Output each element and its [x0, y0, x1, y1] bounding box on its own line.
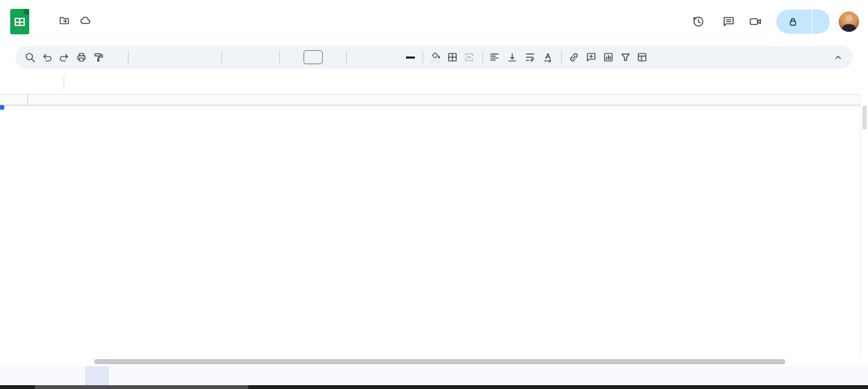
functions-button[interactable]	[652, 49, 669, 65]
comments-icon[interactable]	[718, 11, 739, 32]
redo-button[interactable]	[56, 49, 73, 65]
toolbar	[15, 46, 853, 69]
meet-call-button[interactable]	[748, 15, 765, 29]
menu-extensions[interactable]	[107, 28, 117, 29]
fill-color-button[interactable]	[427, 49, 444, 65]
menu-insert[interactable]	[66, 28, 76, 29]
insert-link-button[interactable]	[566, 49, 582, 65]
zoom-select[interactable]	[108, 49, 124, 65]
search-icon[interactable]	[22, 49, 38, 65]
menu-view[interactable]	[56, 28, 66, 29]
undo-button[interactable]	[39, 49, 55, 65]
window-edge	[0, 385, 868, 389]
increase-font-size-button[interactable]	[326, 49, 342, 65]
italic-button[interactable]	[368, 49, 384, 65]
select-all-corner[interactable]	[0, 95, 28, 105]
add-sheet-button[interactable]	[25, 366, 45, 385]
horizontal-align-button[interactable]	[487, 49, 504, 65]
sheets-logo-icon[interactable]	[10, 9, 29, 34]
formula-input[interactable]	[74, 71, 868, 94]
insert-chart-button[interactable]	[600, 49, 617, 65]
increase-decimal-button[interactable]	[184, 49, 200, 65]
bold-button[interactable]	[351, 49, 367, 65]
borders-button[interactable]	[444, 49, 461, 65]
strikethrough-button[interactable]	[385, 49, 402, 65]
horizontal-scrollbar-thumb[interactable]	[94, 359, 785, 364]
menu-data[interactable]	[87, 28, 97, 29]
share-button[interactable]	[776, 10, 830, 34]
vertical-scrollbar	[860, 94, 868, 357]
decrease-font-size-button[interactable]	[284, 49, 300, 65]
document-meta	[36, 14, 127, 29]
format-currency-button[interactable]	[132, 49, 149, 65]
spreadsheet-grid	[0, 94, 860, 357]
sheet-tab[interactable]	[85, 366, 109, 385]
menu-help[interactable]	[117, 28, 127, 29]
menu-format[interactable]	[76, 28, 87, 29]
menu-bar	[36, 28, 127, 29]
menu-file[interactable]	[36, 28, 46, 29]
selection-overlay	[0, 106, 3, 108]
column-headers	[0, 94, 860, 106]
vertical-align-button[interactable]	[505, 49, 522, 65]
fill-handle[interactable]	[0, 105, 4, 110]
version-history-icon[interactable]	[687, 11, 709, 32]
text-wrap-button[interactable]	[522, 49, 540, 65]
decrease-decimal-button[interactable]	[167, 49, 183, 65]
avatar[interactable]	[839, 11, 859, 32]
create-filter-button[interactable]	[617, 49, 634, 65]
all-sheets-button[interactable]	[51, 366, 70, 385]
menu-tools[interactable]	[97, 28, 107, 29]
insert-comment-button[interactable]	[583, 49, 599, 65]
formula-bar	[0, 71, 868, 94]
table-views-button[interactable]	[634, 49, 652, 65]
font-size-input[interactable]	[304, 50, 323, 64]
lock-icon	[788, 17, 798, 27]
merge-cells-button	[461, 49, 479, 65]
format-percent-button[interactable]	[150, 49, 166, 65]
font-select[interactable]	[226, 49, 276, 65]
titlebar	[0, 0, 868, 43]
sheet-tab-bar	[0, 366, 868, 385]
text-color-button[interactable]	[402, 49, 419, 65]
vertical-scrollbar-thumb[interactable]	[862, 106, 867, 130]
top-actions	[687, 10, 868, 34]
move-folder-icon[interactable]	[59, 15, 70, 26]
text-rotation-button[interactable]	[540, 49, 557, 65]
print-button[interactable]	[73, 49, 90, 65]
cloud-status-icon[interactable]	[79, 14, 91, 26]
horizontal-scrollbar	[0, 357, 868, 366]
menu-edit[interactable]	[46, 28, 56, 29]
paint-format-button[interactable]	[90, 49, 107, 65]
more-formats-button[interactable]	[201, 49, 218, 65]
collapse-toolbar-button[interactable]	[830, 49, 846, 65]
